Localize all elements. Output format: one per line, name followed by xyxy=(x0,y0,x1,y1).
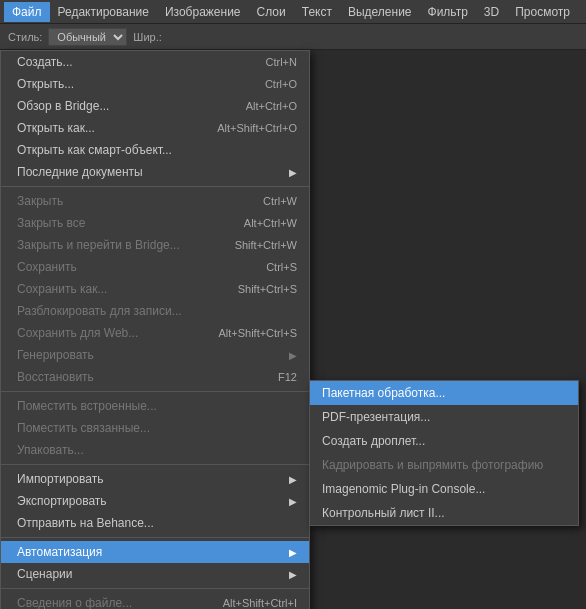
menu-edit[interactable]: Редактирование xyxy=(50,2,157,22)
menu-item-save[interactable]: Сохранить Ctrl+S xyxy=(1,256,309,278)
separator-2 xyxy=(1,391,309,392)
menu-item-behance[interactable]: Отправить на Behance... xyxy=(1,512,309,534)
menu-item-scripts[interactable]: Сценарии ▶ xyxy=(1,563,309,585)
menu-item-import[interactable]: Импортировать ▶ xyxy=(1,468,309,490)
submenu-item-pdf[interactable]: PDF-презентация... xyxy=(310,405,578,429)
toolbar: Стиль: Обычный Шир.: xyxy=(0,24,586,50)
menu-image[interactable]: Изображение xyxy=(157,2,249,22)
menu-select[interactable]: Выделение xyxy=(340,2,420,22)
submenu-item-imagenomic[interactable]: Imagenomic Plug-in Console... xyxy=(310,477,578,501)
menu-item-place-linked[interactable]: Поместить связанные... xyxy=(1,417,309,439)
menu-item-unlock[interactable]: Разблокировать для записи... xyxy=(1,300,309,322)
menu-item-export[interactable]: Экспортировать ▶ xyxy=(1,490,309,512)
submenu-item-contact-sheet[interactable]: Контрольный лист II... xyxy=(310,501,578,525)
menu-item-close-all[interactable]: Закрыть все Alt+Ctrl+W xyxy=(1,212,309,234)
menu-filter[interactable]: Фильтр xyxy=(420,2,476,22)
menu-item-create[interactable]: Создать... Ctrl+N xyxy=(1,51,309,73)
menu-item-recent[interactable]: Последние документы ▶ xyxy=(1,161,309,183)
menu-item-place-embedded[interactable]: Поместить встроенные... xyxy=(1,395,309,417)
submenu-item-crop-straighten[interactable]: Кадрировать и выпрямить фотографию xyxy=(310,453,578,477)
menu-layers[interactable]: Слои xyxy=(249,2,294,22)
menu-item-package[interactable]: Упаковать... xyxy=(1,439,309,461)
menu-item-file-info[interactable]: Сведения о файле... Alt+Shift+Ctrl+I xyxy=(1,592,309,609)
menu-item-save-web[interactable]: Сохранить для Web... Alt+Shift+Ctrl+S xyxy=(1,322,309,344)
width-label: Шир.: xyxy=(133,31,161,43)
file-dropdown-menu: Создать... Ctrl+N Открыть... Ctrl+O Обзо… xyxy=(0,50,310,609)
menu-text[interactable]: Текст xyxy=(294,2,340,22)
menu-item-save-as[interactable]: Сохранить как... Shift+Ctrl+S xyxy=(1,278,309,300)
automate-submenu: Пакетная обработка... PDF-презентация...… xyxy=(309,380,579,526)
menu-view[interactable]: Просмотр xyxy=(507,2,578,22)
menu-item-open-as[interactable]: Открыть как... Alt+Shift+Ctrl+O xyxy=(1,117,309,139)
style-label: Стиль: xyxy=(8,31,42,43)
menu-item-close[interactable]: Закрыть Ctrl+W xyxy=(1,190,309,212)
menu-item-bridge[interactable]: Обзор в Bridge... Alt+Ctrl+O xyxy=(1,95,309,117)
menu-item-open[interactable]: Открыть... Ctrl+O xyxy=(1,73,309,95)
menu-item-generate[interactable]: Генерировать ▶ xyxy=(1,344,309,366)
menu-3d[interactable]: 3D xyxy=(476,2,507,22)
menu-item-close-bridge[interactable]: Закрыть и перейти в Bridge... Shift+Ctrl… xyxy=(1,234,309,256)
separator-1 xyxy=(1,186,309,187)
separator-3 xyxy=(1,464,309,465)
menu-item-open-smart[interactable]: Открыть как смарт-объект... xyxy=(1,139,309,161)
menu-item-automate[interactable]: Автоматизация ▶ xyxy=(1,541,309,563)
menu-item-revert[interactable]: Восстановить F12 xyxy=(1,366,309,388)
style-select[interactable]: Обычный xyxy=(48,28,127,46)
submenu-item-batch[interactable]: Пакетная обработка... xyxy=(310,381,578,405)
main-area: Создать... Ctrl+N Открыть... Ctrl+O Обзо… xyxy=(0,50,586,609)
menu-file[interactable]: Файл xyxy=(4,2,50,22)
separator-4 xyxy=(1,537,309,538)
separator-5 xyxy=(1,588,309,589)
menubar: Файл Редактирование Изображение Слои Тек… xyxy=(0,0,586,24)
submenu-item-droplet[interactable]: Создать дроплет... xyxy=(310,429,578,453)
